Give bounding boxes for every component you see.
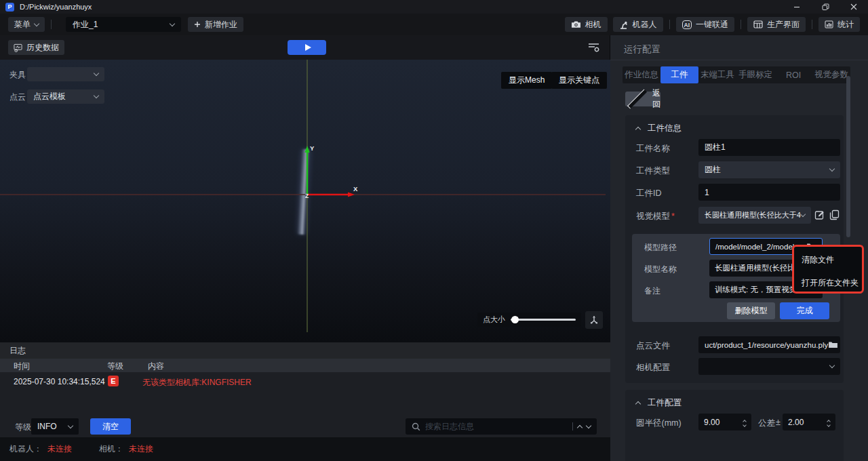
back-button[interactable]: 返回 (625, 92, 660, 106)
axis-x-label: X (353, 185, 358, 193)
search-icon (412, 422, 420, 431)
stats-button[interactable]: 统计 (818, 17, 860, 32)
production-ui-button[interactable]: 生产界面 (747, 17, 806, 32)
search-prev-icon[interactable] (577, 424, 583, 430)
stats-label: 统计 (837, 19, 854, 31)
point-size-control: 点大小 (477, 313, 581, 327)
left-workspace: 历史数据 Y X Z 夹具 (0, 35, 610, 461)
point-size-slider-thumb[interactable] (511, 316, 519, 323)
menu-button[interactable]: 菜单 (8, 17, 45, 32)
history-data-icon (14, 43, 22, 52)
panel-divider (610, 60, 868, 60)
job-select[interactable]: 作业_1 (66, 17, 181, 32)
workpiece-info-header[interactable]: 工件信息 (636, 123, 682, 134)
copy-icon (829, 209, 840, 220)
display-settings-icon (587, 42, 600, 53)
toolbar-divider (51, 20, 52, 29)
show-keypoints-button[interactable]: 显示关键点 (551, 72, 607, 89)
copy-model-button[interactable] (828, 209, 840, 221)
done-button[interactable]: 完成 (780, 302, 829, 319)
camera-icon (571, 20, 581, 28)
chevron-left-icon (627, 89, 647, 109)
radius-value: 9.00 (704, 418, 719, 427)
add-job-label: 新增作业 (205, 19, 237, 31)
log-footer: 等级 INFO 清空 (0, 418, 610, 435)
log-message: 无该类型相机库:KINGFISHER (142, 377, 252, 388)
tolerance-label: 公差 (758, 418, 775, 429)
close-icon[interactable] (840, 0, 868, 14)
workpiece-info-title: 工件信息 (648, 123, 682, 134)
tab-vision-params[interactable]: 视觉参数 (812, 66, 850, 83)
display-settings-button[interactable] (587, 42, 600, 56)
vision-model-label: 视觉模型* (636, 211, 675, 222)
tab-workpiece[interactable]: 工件 (660, 66, 698, 83)
pointcloud-select[interactable]: 点云模板 (27, 89, 104, 104)
id-input[interactable]: 1 (698, 184, 840, 201)
tab-hand-eye-calib[interactable]: 手眼标定 (736, 66, 774, 83)
add-job-button[interactable]: 新增作业 (188, 17, 243, 32)
history-data-button[interactable]: 历史数据 (8, 40, 64, 55)
robot-icon (619, 20, 629, 29)
folder-icon[interactable] (828, 341, 838, 348)
tolerance-spinner[interactable]: 2.00 (783, 414, 835, 430)
workpiece-config-header[interactable]: 工件配置 (636, 397, 682, 409)
axis-y-label: Y (310, 144, 315, 152)
log-time: 2025-07-30 10:34:15,524 (14, 377, 105, 386)
titlebar: P D:/Pickwiz/yuanzhuyx (0, 0, 868, 14)
show-mesh-button[interactable]: 显示Mesh (501, 72, 552, 89)
log-col-time: 时间 (14, 361, 30, 372)
axes-toggle-button[interactable] (585, 311, 603, 329)
play-button[interactable] (288, 40, 326, 55)
spinner-arrows[interactable] (743, 418, 746, 426)
panel-scrollbar[interactable] (846, 76, 850, 237)
spin-down-icon[interactable] (743, 423, 747, 427)
history-data-label: 历史数据 (26, 42, 59, 54)
vision-model-select[interactable]: 长圆柱通用模型(长径比大于4:1) (698, 207, 811, 224)
restore-icon[interactable] (811, 0, 840, 14)
required-asterisk: * (671, 212, 675, 221)
robot-button[interactable]: 机器人 (613, 17, 663, 32)
spinner-arrows[interactable] (827, 418, 830, 426)
tab-roi[interactable]: ROI (774, 66, 812, 83)
camera-config-select[interactable] (698, 358, 840, 375)
type-select-value: 圆柱 (705, 164, 721, 176)
chevron-down-icon (94, 93, 99, 98)
pointcloud-label: 点云 (9, 92, 26, 103)
type-select[interactable]: 圆柱 (698, 161, 840, 178)
name-input-value: 圆柱1 (705, 142, 726, 153)
job-select-value: 作业_1 (73, 19, 98, 31)
log-row[interactable]: 2025-07-30 10:34:15,524 E 无该类型相机库:KINGFI… (0, 372, 610, 390)
tab-job-info[interactable]: 作业信息 (623, 66, 660, 83)
fixture-select[interactable] (27, 67, 104, 81)
spin-down-icon[interactable] (827, 423, 831, 427)
tab-end-tool[interactable]: 末端工具 (698, 66, 736, 83)
app-logo-icon: P (5, 3, 14, 12)
pointcloud-file-input[interactable]: uct/product_1/resource/yuanzhu.ply (698, 336, 840, 353)
minimize-icon[interactable] (783, 0, 811, 14)
menu-item-clear-file[interactable]: 清除文件 (802, 254, 834, 266)
toolbar-divider (741, 20, 741, 29)
camera-button[interactable]: 相机 (565, 17, 608, 32)
edit-icon (814, 209, 825, 220)
ai-icon: AI (682, 20, 692, 29)
id-label: 工件ID (636, 188, 662, 199)
camera-status-value: 未连接 (129, 443, 153, 455)
edit-model-button[interactable] (814, 209, 826, 221)
clear-log-button[interactable]: 清空 (90, 418, 131, 435)
log-level-select[interactable]: INFO (31, 418, 79, 435)
window-controls (783, 0, 868, 14)
log-search-box (406, 418, 597, 435)
3d-viewport[interactable]: Y X Z 夹具 点云 点云模板 显示Mesh 显示关键点 点大小 (0, 60, 610, 342)
axes-icon (589, 315, 599, 325)
radius-spinner[interactable]: 9.00 (698, 414, 751, 430)
search-next-icon[interactable] (586, 422, 591, 428)
log-col-message: 内容 (148, 361, 164, 372)
delete-model-button[interactable]: 删除模型 (727, 302, 775, 319)
one-key-connect-button[interactable]: AI 一键联通 (676, 17, 735, 32)
point-size-slider[interactable] (511, 319, 576, 321)
log-search-input[interactable] (425, 422, 568, 431)
menu-item-open-folder[interactable]: 打开所在文件夹 (802, 277, 859, 289)
name-input[interactable]: 圆柱1 (698, 139, 840, 156)
search-divider (572, 422, 573, 430)
camera-label: 相机 (585, 19, 601, 31)
